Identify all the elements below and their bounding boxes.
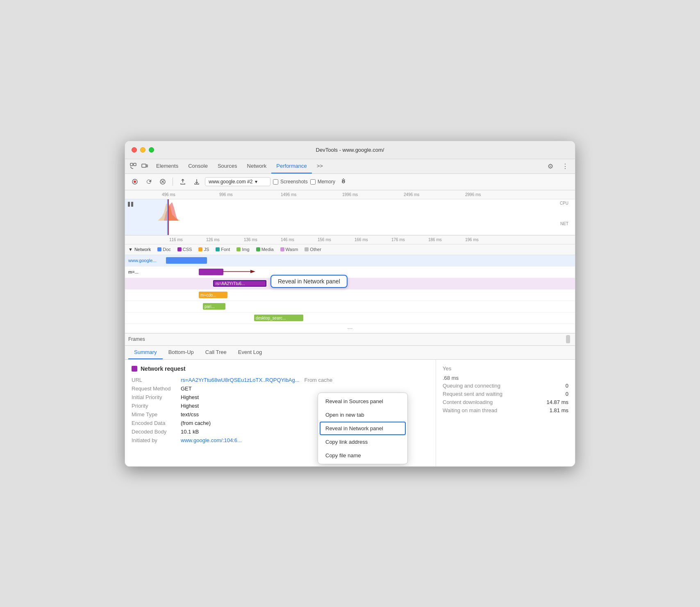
titlebar: DevTools - www.google.com/ [125, 141, 575, 159]
legend-other-label: Other [310, 247, 321, 252]
memory-checkbox-label[interactable]: Memory [310, 179, 335, 185]
responsive-icon[interactable] [140, 161, 150, 171]
screenshots-checkbox-label[interactable]: Screenshots [273, 179, 308, 185]
svg-rect-10 [128, 202, 130, 207]
more-icon[interactable]: ⋮ [560, 161, 570, 171]
tab-event-log[interactable]: Event Log [232, 345, 268, 359]
network-rows: www.google... m=... [125, 255, 575, 333]
legend-font: Font [216, 247, 230, 252]
maximize-button[interactable] [149, 147, 154, 153]
row-3-label-inline: m=cdo... [200, 293, 216, 297]
svg-rect-11 [131, 202, 133, 207]
timing-label-0: Queuing and connecting [443, 383, 500, 389]
menu-reveal-sources-label: Reveal in Sources panel [325, 398, 383, 404]
row-0-bar-area [166, 255, 575, 266]
network-row-4[interactable]: pari... [125, 301, 575, 313]
url-dropdown[interactable]: www.google.com #2 ▾ [205, 177, 270, 186]
from-cache-label: From cache [305, 377, 333, 383]
reload-button[interactable] [143, 176, 155, 187]
menu-copy-link-label: Copy link address [325, 439, 368, 445]
net-ruler-3: 136 ms [244, 237, 257, 242]
tab-bottom-up[interactable]: Bottom-Up [163, 345, 200, 359]
row-2-bar-label: rs=AA2YrTtu6... [216, 281, 245, 286]
net-ruler-8: 186 ms [428, 237, 442, 242]
menu-reveal-network[interactable]: Reveal in Network panel [320, 422, 406, 435]
timing-row-2: Content downloading 14.87 ms [443, 399, 568, 405]
legend-wasm-label: Wasm [286, 247, 298, 252]
network-row-5[interactable]: desktop_searc... [125, 313, 575, 324]
download-button[interactable] [191, 176, 202, 187]
frames-scrollbar-thumb[interactable] [566, 335, 570, 343]
tab-performance[interactable]: Performance [271, 159, 311, 173]
svg-point-5 [134, 180, 136, 183]
row-5-bar-area: desktop_searc... [166, 313, 575, 324]
row-3-bar-area: m=cdo... [166, 290, 575, 301]
tab-sources[interactable]: Sources [213, 159, 242, 173]
network-row-3[interactable]: m=cdo... [125, 290, 575, 301]
duration-row: .68 ms [443, 375, 568, 381]
menu-copy-link[interactable]: Copy link address [318, 435, 407, 449]
record-button[interactable] [129, 176, 141, 187]
close-button[interactable] [132, 147, 137, 153]
net-ruler-5: 156 ms [318, 237, 331, 242]
network-more-rows[interactable]: ··· [125, 324, 575, 333]
svg-rect-3 [146, 165, 148, 167]
legend-doc: Doc [157, 247, 171, 252]
method-key: Request Method [132, 386, 181, 392]
net-ruler-1: 116 ms [169, 237, 183, 242]
devtools-actions: ⚙ ⋮ [545, 161, 572, 171]
row-5-bar: desktop_searc... [254, 315, 303, 321]
row-1-bar-area [166, 267, 575, 278]
legend-js: JS [198, 247, 209, 252]
menu-reveal-network-label: Reveal in Network panel [325, 425, 383, 431]
settings-icon[interactable]: ⚙ [545, 161, 555, 171]
menu-reveal-sources[interactable]: Reveal in Sources panel [318, 395, 407, 408]
ruler-tick-3: 1496 ms [281, 192, 296, 197]
tab-summary[interactable]: Summary [128, 345, 163, 359]
network-row-1[interactable]: m=... [125, 267, 575, 278]
legend-img-color [236, 247, 241, 251]
menu-copy-filename[interactable]: Copy file name [318, 449, 407, 462]
timing-value-3: 1.81 ms [550, 407, 568, 413]
clear-button[interactable] [157, 176, 168, 187]
screenshots-checkbox[interactable] [273, 179, 278, 185]
network-section-label: ▼ Network [128, 247, 151, 252]
url-value-link[interactable]: rs=AA2YrTtu68wU8rQSEu1zLoTX..RQPQYibAg..… [181, 377, 300, 383]
net-ruler-2: 126 ms [206, 237, 220, 242]
inspector-icon[interactable] [128, 161, 138, 171]
network-timeline: 116 ms 126 ms 136 ms 146 ms 156 ms 166 m… [125, 235, 575, 333]
timing-row-0: Queuing and connecting 0 [443, 383, 568, 389]
network-row-0[interactable]: www.google... [125, 255, 575, 267]
network-legend-header: ▼ Network Doc CSS JS Font Img [125, 244, 575, 255]
summary-url-row: URL rs=AA2YrTtu68wU8rQSEu1zLoTX..RQPQYib… [132, 377, 429, 383]
tab-call-tree[interactable]: Call Tree [200, 345, 232, 359]
legend-wasm: Wasm [280, 247, 298, 252]
initiated-link[interactable]: www.google.com/:104:6... [181, 437, 242, 443]
method-value: GET [181, 386, 192, 392]
toolbar-settings-icon[interactable] [338, 176, 349, 187]
frames-label: Frames [128, 336, 145, 342]
timing-value-0: 0 [566, 383, 568, 389]
row-0-bar [166, 257, 207, 264]
memory-checkbox[interactable] [310, 179, 316, 185]
legend-img: Img [236, 247, 249, 252]
tab-network[interactable]: Network [242, 159, 272, 173]
tab-elements[interactable]: Elements [151, 159, 183, 173]
minimize-button[interactable] [140, 147, 145, 153]
timing-value-1: 0 [566, 391, 568, 397]
svg-rect-1 [134, 163, 136, 166]
duration-value: .68 ms [443, 375, 459, 381]
separator-1 [173, 178, 173, 186]
upload-button[interactable] [177, 176, 189, 187]
tab-console[interactable]: Console [183, 159, 213, 173]
row-1-label: m=... [125, 269, 166, 274]
network-tooltip: Reveal in Network panel [270, 275, 348, 288]
menu-copy-filename-label: Copy file name [325, 452, 361, 459]
legend-img-label: Img [242, 247, 249, 252]
timing-label-3: Waiting on main thread [443, 407, 497, 413]
network-row-2[interactable]: rs=AA2YrTtu6... Reveal in Network panel [125, 278, 575, 290]
menu-open-new-tab[interactable]: Open in new tab [318, 408, 407, 422]
timing-panel: Yes .68 ms Queuing and connecting 0 Requ… [436, 360, 575, 466]
tab-more[interactable]: >> [312, 159, 328, 173]
network-request-icon [132, 366, 137, 372]
